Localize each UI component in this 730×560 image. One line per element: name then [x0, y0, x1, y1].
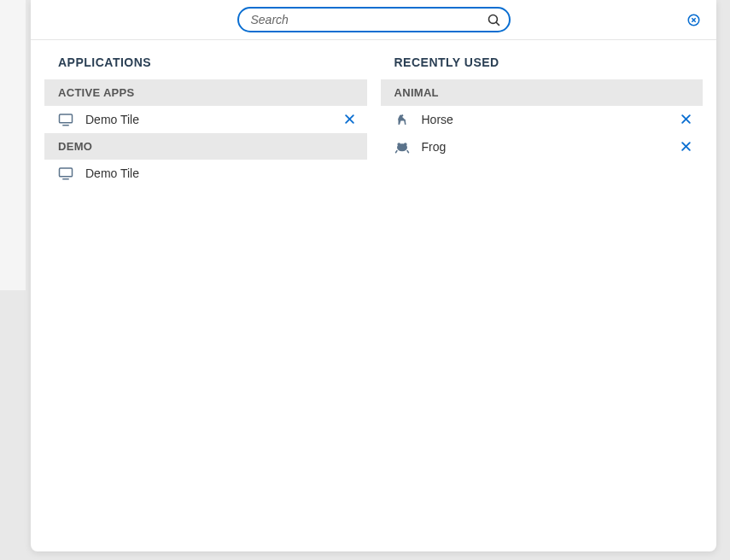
app-item-label: Demo Tile	[85, 113, 342, 126]
remove-item-button[interactable]	[342, 111, 359, 128]
recent-item-horse[interactable]: Horse	[381, 106, 704, 133]
search-input[interactable]	[237, 7, 511, 32]
svg-point-14	[397, 143, 400, 146]
svg-point-0	[488, 15, 497, 23]
app-item-demo-tile[interactable]: Demo Tile	[44, 160, 367, 187]
panel-header	[31, 0, 716, 40]
group-header-demo: DEMO	[44, 133, 367, 160]
horse-icon	[394, 112, 410, 127]
search-icon	[487, 12, 502, 27]
search-wrap	[237, 7, 511, 32]
remove-item-button[interactable]	[677, 138, 694, 155]
monitor-icon	[58, 112, 73, 127]
recently-used-title: RECENTLY USED	[381, 50, 704, 79]
recently-used-column: RECENTLY USED ANIMAL Horse	[381, 50, 704, 538]
close-panel-button[interactable]	[686, 12, 701, 27]
applications-title: APPLICATIONS	[44, 50, 367, 79]
group-header-active-apps: ACTIVE APPS	[44, 79, 367, 106]
remove-item-button[interactable]	[677, 111, 694, 128]
search-panel: APPLICATIONS ACTIVE APPS Demo Tile	[31, 0, 716, 551]
monitor-icon	[58, 166, 73, 181]
svg-rect-9	[60, 168, 73, 177]
group-header-animal: ANIMAL	[381, 79, 704, 106]
applications-column: APPLICATIONS ACTIVE APPS Demo Tile	[44, 50, 367, 538]
recent-item-frog[interactable]: Frog	[381, 133, 704, 160]
svg-line-1	[496, 21, 499, 25]
frog-icon	[394, 139, 410, 155]
app-item-demo-tile-active[interactable]: Demo Tile	[44, 106, 367, 133]
svg-rect-5	[60, 114, 73, 123]
panel-body: APPLICATIONS ACTIVE APPS Demo Tile	[31, 40, 716, 551]
app-item-label: Demo Tile	[85, 166, 359, 180]
svg-point-15	[403, 143, 406, 146]
recent-item-label: Frog	[422, 140, 678, 154]
recent-item-label: Horse	[422, 113, 678, 126]
